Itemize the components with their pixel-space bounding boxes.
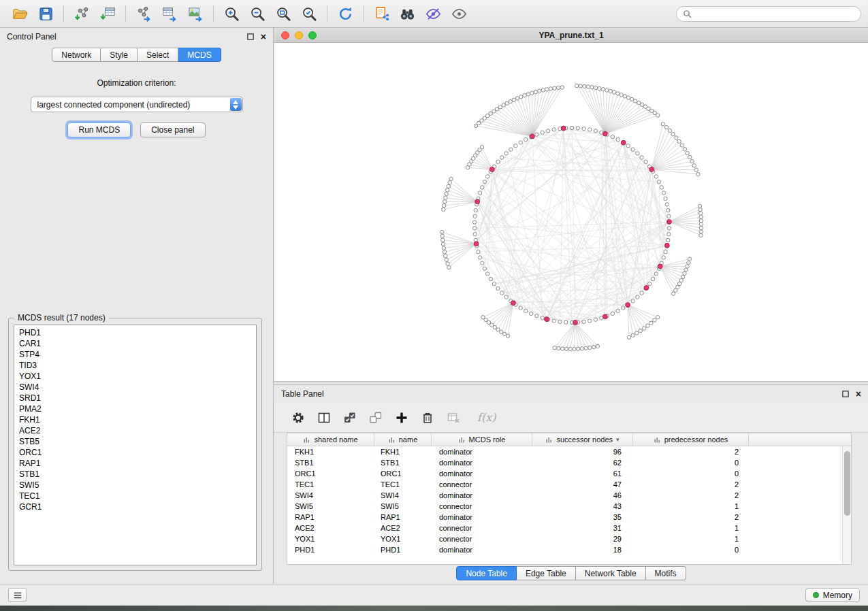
close-window-button[interactable] [281, 31, 289, 39]
table-row[interactable]: YOX1 YOX1 connector 29 1 [287, 533, 851, 544]
column-type-icon [303, 436, 310, 444]
list-item[interactable]: TEC1 [19, 491, 256, 501]
tab-node-table[interactable]: Node Table [456, 566, 517, 580]
save-session-button[interactable] [33, 3, 59, 24]
table-row[interactable]: SWI5 SWI5 connector 43 1 [287, 501, 851, 512]
cell-successor-nodes: 31 [532, 524, 633, 532]
list-item[interactable]: TID3 [19, 360, 256, 371]
network-title: YPA_prune.txt_1 [539, 31, 603, 40]
list-item[interactable]: STB5 [19, 436, 256, 447]
folder-icon [12, 5, 29, 22]
table-row[interactable]: ORC1 ORC1 dominator 61 0 [287, 468, 851, 479]
tab-style[interactable]: Style [101, 48, 138, 62]
list-item[interactable]: STP4 [19, 349, 256, 360]
network-graph [274, 43, 867, 380]
delete-column-button[interactable] [420, 410, 435, 425]
import-table-button[interactable] [95, 3, 120, 24]
cell-name: PHD1 [374, 546, 432, 554]
zoom-fit-button[interactable] [270, 3, 296, 24]
scrollbar-thumb[interactable] [844, 451, 850, 516]
zoom-selected-button[interactable] [296, 3, 322, 24]
cell-predecessor-nodes: 1 [633, 502, 749, 510]
float-panel-icon[interactable] [246, 33, 255, 41]
web-export-button[interactable] [368, 3, 394, 24]
float-panel-icon[interactable] [841, 390, 850, 398]
minimize-window-button[interactable] [295, 31, 303, 39]
list-item[interactable]: STB1 [19, 469, 256, 480]
criterion-dropdown[interactable]: largest connected component (undirected) [31, 97, 243, 112]
close-panel-icon[interactable]: × [261, 32, 266, 42]
find-button[interactable] [394, 3, 420, 24]
mcds-result-list: PHD1CAR1STP4TID3YOX1SWI4SRD1PMA2FKH1ACE2… [14, 325, 257, 565]
import-network-button[interactable] [69, 3, 95, 24]
memory-button[interactable]: Memory [805, 588, 860, 602]
open-session-button[interactable] [7, 3, 33, 24]
cell-successor-nodes: 35 [532, 513, 633, 521]
layout-refresh-button[interactable] [332, 3, 358, 24]
toolbar-separator [213, 5, 214, 22]
list-item[interactable]: SWI5 [19, 480, 256, 491]
tab-mcds[interactable]: MCDS [178, 48, 221, 62]
style-tool-button[interactable] [420, 3, 446, 24]
tab-edge-table[interactable]: Edge Table [517, 566, 576, 580]
column-header-name[interactable]: name [374, 433, 432, 446]
table-row[interactable]: TEC1 TEC1 connector 47 2 [287, 479, 851, 490]
network-canvas[interactable] [274, 43, 867, 380]
export-network-button[interactable] [131, 3, 157, 24]
deselect-all-button[interactable] [368, 410, 383, 425]
control-panel-header: Control Panel × [0, 28, 273, 46]
list-item[interactable]: RAP1 [19, 458, 256, 469]
close-panel-button[interactable]: Close panel [140, 122, 205, 137]
panel-menu-button[interactable] [8, 588, 27, 602]
search-box[interactable] [676, 6, 861, 22]
control-panel: Control Panel × Network Style Select MCD… [0, 28, 274, 584]
export-table-button[interactable] [157, 3, 182, 24]
cell-successor-nodes: 46 [532, 491, 633, 499]
tab-motifs[interactable]: Motifs [646, 566, 686, 580]
list-item[interactable]: PMA2 [19, 403, 256, 414]
menu-lines-icon [12, 590, 23, 601]
column-header-mcds-role[interactable]: MCDS role [432, 433, 532, 446]
table-row[interactable]: SWI4 SWI4 dominator 46 2 [287, 490, 851, 501]
list-item[interactable]: CAR1 [19, 338, 256, 349]
tab-select[interactable]: Select [138, 48, 178, 62]
table-settings-button[interactable] [291, 410, 306, 425]
show-columns-button[interactable] [317, 410, 332, 425]
table-row[interactable]: ACE2 ACE2 connector 31 1 [287, 523, 851, 533]
tab-network-table[interactable]: Network Table [576, 566, 646, 580]
list-item[interactable]: ACE2 [19, 425, 256, 436]
cell-name: FKH1 [374, 448, 432, 456]
list-item[interactable]: ORC1 [19, 447, 256, 458]
table-row[interactable]: RAP1 RAP1 dominator 35 2 [287, 512, 851, 523]
zoom-in-button[interactable] [219, 3, 244, 24]
table-scrollbar[interactable] [842, 446, 851, 564]
memory-label: Memory [823, 591, 852, 600]
list-item[interactable]: SRD1 [19, 393, 256, 403]
list-item[interactable]: GCR1 [19, 501, 256, 512]
zoom-window-button[interactable] [308, 31, 317, 39]
column-type-icon [545, 436, 553, 444]
show-graphics-button[interactable] [446, 3, 472, 24]
table-row[interactable]: FKH1 FKH1 dominator 96 2 [287, 446, 851, 457]
optimization-criterion-label: Optimization criterion: [0, 78, 273, 88]
table-row[interactable]: STB1 STB1 dominator 62 0 [287, 457, 851, 468]
column-header-predecessor-nodes[interactable]: predecessor nodes [633, 433, 749, 446]
list-item[interactable]: YOX1 [19, 371, 256, 382]
close-panel-icon[interactable]: × [856, 389, 861, 399]
node-table: shared name name MCDS role successor nod… [287, 433, 852, 565]
run-mcds-button[interactable]: Run MCDS [67, 122, 131, 137]
tab-network[interactable]: Network [52, 48, 101, 62]
mcds-result-groupbox: MCDS result (17 nodes) PHD1CAR1STP4TID3Y… [8, 318, 262, 571]
select-all-button[interactable] [342, 410, 357, 425]
column-header-successor-nodes[interactable]: successor nodes ▾ [532, 433, 633, 446]
column-header-shared-name[interactable]: shared name [287, 433, 374, 446]
list-item[interactable]: SWI4 [19, 382, 256, 393]
zoom-out-button[interactable] [244, 3, 270, 24]
search-input[interactable] [696, 9, 854, 18]
list-item[interactable]: FKH1 [19, 414, 256, 425]
export-image-button[interactable] [182, 3, 208, 24]
list-item[interactable]: PHD1 [19, 327, 256, 338]
add-column-button[interactable] [394, 410, 409, 425]
table-row[interactable]: PHD1 PHD1 dominator 18 0 [287, 544, 851, 555]
cell-shared-name: RAP1 [287, 513, 374, 521]
